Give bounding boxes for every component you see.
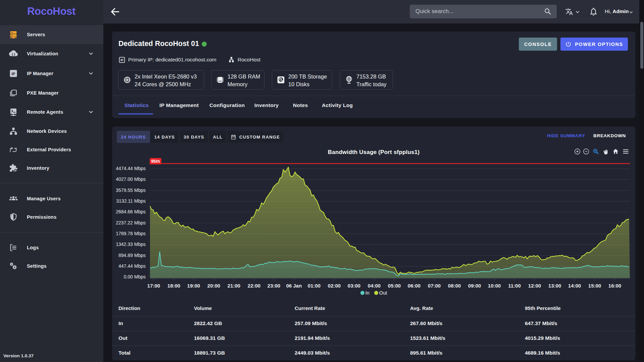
svg-text:IP: IP <box>12 72 15 76</box>
svg-text:IP: IP <box>120 58 123 62</box>
svg-text:{ }: { } <box>12 52 15 56</box>
svg-text:95th: 95th <box>151 159 160 164</box>
